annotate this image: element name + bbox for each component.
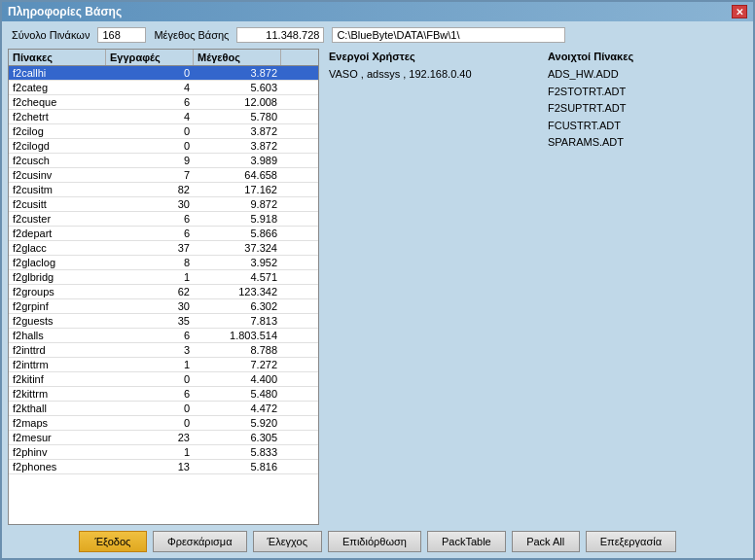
cell-name: f2halls xyxy=(9,329,106,342)
open-tables-title: Ανοιχτοί Πίνακες xyxy=(548,51,747,62)
table-row[interactable]: f2cusitm 82 17.162 xyxy=(9,183,318,197)
exit-button[interactable]: Έξοδος xyxy=(79,531,147,552)
cell-records: 0 xyxy=(106,416,194,430)
cell-size: 6.305 xyxy=(194,431,281,444)
cell-size: 5.603 xyxy=(194,81,281,94)
cell-name: f2cilog xyxy=(9,124,106,138)
cell-name: f2guests xyxy=(9,314,106,328)
check-button[interactable]: Έλεγχος xyxy=(253,531,322,552)
cell-size: 5.833 xyxy=(194,445,281,459)
cell-size: 7.272 xyxy=(194,358,281,371)
cell-name: f2inttrm xyxy=(9,358,106,371)
table-row[interactable]: f2guests 35 7.813 xyxy=(9,314,318,329)
active-users-value: VASO , adssys , 192.168.0.40 xyxy=(329,66,528,84)
cell-size: 8.788 xyxy=(194,343,281,357)
table-row[interactable]: f2chetrt 4 5.780 xyxy=(9,110,318,124)
cell-name: f2glbridg xyxy=(9,270,106,284)
table-row[interactable]: f2maps 0 5.920 xyxy=(9,416,318,431)
db-size-input[interactable] xyxy=(236,27,324,43)
table-row[interactable]: f2phinv 1 5.833 xyxy=(9,445,318,460)
open-tables-list: ADS_HW.ADDF2STOTRT.ADTF2SUPTRT.ADTFCUSTR… xyxy=(548,66,747,152)
cell-name: f2depart xyxy=(9,227,106,240)
refresh-button[interactable]: Φρεσκάρισμα xyxy=(153,531,247,552)
cell-records: 30 xyxy=(106,299,194,313)
cell-name: f2categ xyxy=(9,81,106,94)
repair-button[interactable]: Επιδιόρθωση xyxy=(328,531,421,552)
cell-name: f2kittrm xyxy=(9,387,106,401)
table-row[interactable]: f2cusinv 7 64.658 xyxy=(9,168,318,183)
open-table-item: F2STOTRT.ADT xyxy=(548,84,747,101)
table-row[interactable]: f2callhi 0 3.872 xyxy=(9,66,318,81)
cell-records: 3 xyxy=(106,343,194,357)
total-tables-input[interactable] xyxy=(97,27,146,43)
open-tables-section: Ανοιχτοί Πίνακες ADS_HW.ADDF2STOTRT.ADTF… xyxy=(548,51,747,525)
cell-records: 1 xyxy=(106,270,194,284)
table-row[interactable]: f2glacc 37 37.324 xyxy=(9,241,318,256)
table-row[interactable]: f2halls 6 1.803.514 xyxy=(9,329,318,343)
cell-size: 17.162 xyxy=(194,183,281,196)
open-table-item: F2SUPTRT.ADT xyxy=(548,100,747,118)
table-row[interactable]: f2inttrd 3 8.788 xyxy=(9,343,318,358)
table-row[interactable]: f2inttrm 1 7.272 xyxy=(9,358,318,372)
pack-table-button[interactable]: PackTable xyxy=(427,531,506,552)
cell-size: 5.920 xyxy=(194,416,281,430)
cell-name: f2cusitt xyxy=(9,197,106,211)
cell-size: 123.342 xyxy=(194,285,281,298)
cell-records: 0 xyxy=(106,124,194,138)
db-path-input[interactable] xyxy=(332,27,565,43)
cell-records: 8 xyxy=(106,256,194,269)
table-row[interactable]: f2glbridg 1 4.571 xyxy=(9,270,318,285)
cell-size: 12.008 xyxy=(194,95,281,109)
cell-name: f2cusitm xyxy=(9,183,106,196)
col-tables: Πίνακες xyxy=(9,50,106,65)
cell-size: 3.872 xyxy=(194,124,281,138)
table-row[interactable]: f2kittrm 6 5.480 xyxy=(9,387,318,402)
table-row[interactable]: f2cilogd 0 3.872 xyxy=(9,139,318,154)
table-row[interactable]: f2depart 6 5.866 xyxy=(9,227,318,241)
table-row[interactable]: f2phones 13 5.816 xyxy=(9,460,318,474)
cell-size: 4.472 xyxy=(194,402,281,415)
table-row[interactable]: f2custer 6 5.918 xyxy=(9,212,318,227)
table-row[interactable]: f2cusch 9 3.989 xyxy=(9,154,318,168)
table-row[interactable]: f2glaclog 8 3.952 xyxy=(9,256,318,270)
cell-records: 62 xyxy=(106,285,194,298)
footer: Έξοδος Φρεσκάρισμα Έλεγχος Επιδιόρθωση P… xyxy=(2,525,753,558)
table-body[interactable]: f2callhi 0 3.872 f2categ 4 5.603 f2chequ… xyxy=(9,66,318,524)
table-row[interactable]: f2cusitt 30 9.872 xyxy=(9,197,318,212)
table-row[interactable]: f2kitinf 0 4.400 xyxy=(9,372,318,387)
cell-records: 6 xyxy=(106,212,194,226)
cell-size: 3.952 xyxy=(194,256,281,269)
table-row[interactable]: f2cilog 0 3.872 xyxy=(9,124,318,139)
cell-size: 7.813 xyxy=(194,314,281,328)
cell-size: 37.324 xyxy=(194,241,281,255)
processing-button[interactable]: Επεξεργασία xyxy=(586,531,676,552)
cell-name: f2mesur xyxy=(9,431,106,444)
cell-size: 5.816 xyxy=(194,460,281,473)
db-size-label: Μέγεθος Βάσης xyxy=(154,29,229,41)
pack-all-button[interactable]: Pack All xyxy=(512,531,580,552)
right-sections: Ενεργοί Χρήστες VASO , adssys , 192.168.… xyxy=(329,49,747,525)
cell-records: 0 xyxy=(106,139,194,153)
cell-name: f2maps xyxy=(9,416,106,430)
total-tables-label: Σύνολο Πινάκων xyxy=(12,29,90,41)
open-table-item: ADS_HW.ADD xyxy=(548,66,747,84)
table-row[interactable]: f2grpinf 30 6.302 xyxy=(9,299,318,314)
cell-size: 5.480 xyxy=(194,387,281,401)
close-button[interactable]: ✕ xyxy=(732,5,747,18)
table-row[interactable]: f2mesur 23 6.305 xyxy=(9,431,318,445)
right-panel: Ενεργοί Χρήστες VASO , adssys , 192.168.… xyxy=(319,49,747,525)
cell-records: 6 xyxy=(106,329,194,342)
table-row[interactable]: f2kthall 0 4.472 xyxy=(9,402,318,416)
active-users-section: Ενεργοί Χρήστες VASO , adssys , 192.168.… xyxy=(329,51,528,525)
table-row[interactable]: f2categ 4 5.603 xyxy=(9,81,318,95)
cell-name: f2cheque xyxy=(9,95,106,109)
cell-records: 6 xyxy=(106,387,194,401)
main-window: Πληροφορίες Βάσης ✕ Σύνολο Πινάκων Μέγεθ… xyxy=(0,0,755,560)
cell-size: 3.872 xyxy=(194,139,281,153)
cell-name: f2inttrd xyxy=(9,343,106,357)
cell-name: f2cusch xyxy=(9,154,106,167)
table-row[interactable]: f2groups 62 123.342 xyxy=(9,285,318,299)
cell-size: 64.658 xyxy=(194,168,281,182)
table-row[interactable]: f2cheque 6 12.008 xyxy=(9,95,318,110)
top-bar: Σύνολο Πινάκων Μέγεθος Βάσης xyxy=(2,21,753,49)
